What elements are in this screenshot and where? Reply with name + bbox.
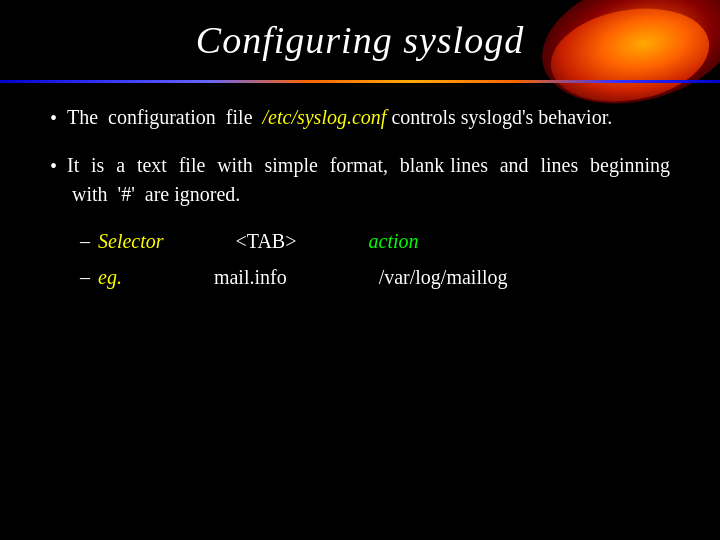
bullet-dot-1: • — [50, 104, 57, 133]
sub-dash-2: – — [80, 263, 90, 291]
eg-label: eg. — [98, 263, 122, 291]
action-label: action — [369, 227, 419, 255]
sub-item-1: – Selector <TAB> action — [80, 227, 670, 255]
sub-item-2: – eg. mail.info /var/log/maillog — [80, 263, 670, 291]
bullet-item-2: • It is a text file with simple format, … — [50, 151, 670, 209]
sub-dash-1: – — [80, 227, 90, 255]
slide: Configuring syslogd • The configuration … — [0, 0, 720, 540]
slide-content: • The configuration file /etc/syslog.con… — [0, 83, 720, 319]
bullet-text-2: It is a text file with simple format, bl… — [67, 151, 670, 209]
bullet-text-1: The configuration file /etc/syslog.conf … — [67, 103, 670, 132]
filepath-1: /etc/syslog.conf — [263, 106, 387, 128]
slide-header: Configuring syslogd — [0, 0, 720, 72]
sub-items-list: – Selector <TAB> action – eg. mail.info — [50, 227, 670, 291]
bullet-item-1: • The configuration file /etc/syslog.con… — [50, 103, 670, 133]
maillog-path: /var/log/maillog — [379, 263, 508, 291]
sub-text-1: Selector <TAB> action — [98, 227, 419, 255]
tab-keyword: <TAB> — [236, 227, 297, 255]
sub-text-2: eg. mail.info /var/log/maillog — [98, 263, 508, 291]
slide-title: Configuring syslogd — [40, 18, 680, 62]
mail-info-value: mail.info — [214, 263, 287, 291]
selector-label: Selector — [98, 227, 164, 255]
bullet-dot-2: • — [50, 152, 57, 181]
